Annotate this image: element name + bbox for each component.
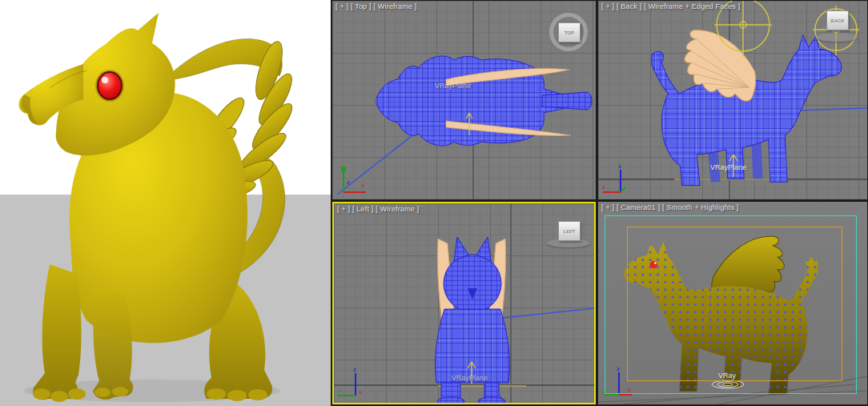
viewcube[interactable]: LEFT — [558, 221, 581, 241]
vrayplane-label: VRayPlane — [435, 82, 471, 90]
viewport-label-back[interactable]: [ + ] [ Back ] [ Wireframe + Edged Faces… — [601, 2, 740, 10]
axis-y-label: y — [337, 387, 340, 394]
griffin-front-leg-2 — [93, 288, 133, 400]
viewport-back[interactable]: BACK VRayPlane z x [ + ] [ Back ] [ Wire… — [598, 1, 867, 199]
left-view-model[interactable] — [334, 203, 594, 403]
griffin-eye — [98, 72, 122, 99]
viewport-label-left[interactable]: [ + ] [ Left ] [ Wireframe ] — [337, 205, 419, 213]
viewcube[interactable]: TOP — [558, 22, 581, 42]
rendered-griffin — [0, 0, 331, 406]
viewport-camera[interactable]: VRay z y x [ + ] [ Camera01 ] [ Smooth +… — [598, 202, 867, 404]
axis-z-label: z — [347, 179, 350, 186]
hind-toes — [207, 388, 267, 401]
griffin-top-tail[interactable] — [542, 92, 592, 110]
axis-x-label: x — [602, 183, 605, 191]
scene-link-line — [502, 308, 594, 318]
3d-app-screenshot: VRayPlane TOP x z [ + ] [ Top ] [ Wirefr… — [0, 0, 868, 406]
axis-x-label: x — [361, 182, 364, 189]
viewport-top[interactable]: VRayPlane TOP x z [ + ] [ Top ] [ Wirefr… — [332, 1, 596, 199]
scene-link-line — [798, 108, 867, 111]
axis-z-label: z — [353, 366, 356, 373]
viewport-label-camera[interactable]: [ + ] [ Camera01 ] [ Smooth + Highlights… — [601, 203, 738, 211]
viewcube[interactable]: BACK — [826, 10, 849, 30]
axis-tripod: z x — [601, 160, 637, 197]
vrayplane-label: VRay — [718, 372, 736, 380]
axis-tripod: z y x — [336, 364, 372, 400]
axis-tripod: x z — [336, 160, 371, 197]
vrayplane-label: VRayPlane — [710, 163, 746, 171]
viewcube-disc — [816, 33, 858, 42]
axis-x-label: x — [359, 388, 362, 396]
viewport-label-top[interactable]: [ + ] [ Top ] [ Wireframe ] — [336, 2, 417, 10]
render-preview-panel — [0, 0, 331, 406]
viewport-left-active[interactable]: LEFT VRayPlane z y x [ + ] [ Left ] [ Wi… — [332, 202, 596, 404]
griffin-front-leg — [33, 264, 81, 400]
axis-z-label: z — [618, 163, 621, 170]
vrayplane-label: VRayPlane — [452, 374, 488, 382]
safe-frame-inner — [627, 227, 842, 381]
viewport-quad: VRayPlane TOP x z [ + ] [ Top ] [ Wirefr… — [331, 0, 868, 406]
